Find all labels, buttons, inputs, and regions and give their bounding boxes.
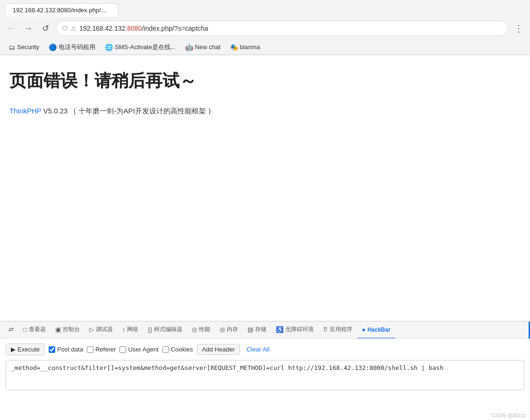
bookmark-security[interactable]: 🗂 Security (5, 42, 43, 52)
bookmark-newchat[interactable]: 🤖 New chat (181, 42, 224, 52)
execute-label: Execute (17, 346, 40, 353)
forward-button[interactable]: → (22, 22, 35, 35)
devtools-inspector-label: 查看器 (29, 326, 46, 334)
devtools-tab-console[interactable]: ▣ 控制台 (51, 322, 85, 339)
devtools-accessibility-label: 无障碍环境 (285, 326, 314, 334)
devtools-tabs: ⇄ □ 查看器 ▣ 控制台 ▷ 调试器 ↕ 网络 {} 样式编辑器 ◎ 性能 ◎… (0, 322, 530, 339)
clear-all-button[interactable]: Clear All (244, 344, 272, 354)
devtools-tab-app[interactable]: ⠿ 应用程序 (318, 322, 357, 339)
app-icon: ⠿ (323, 326, 328, 333)
thinkphp-link[interactable]: ThinkPHP (9, 107, 41, 115)
bookmark-newchat-label: New chat (195, 43, 221, 51)
framework-line: ThinkPHP V5.0.23 ｛ 十年磨一剑-为API开发设计的高性能框架 … (9, 107, 521, 116)
error-title: 页面错误！请稍后再试～ (9, 69, 521, 93)
referer-checkbox[interactable] (87, 346, 94, 353)
devtools-tab-debugger[interactable]: ▷ 调试器 (85, 322, 118, 339)
url-path: /index.php/?s=captcha (142, 25, 208, 32)
inspector-icon: □ (23, 326, 27, 333)
tab-bar: 192.168.42.132:8080/index.php/?s=captcha (0, 0, 530, 17)
active-tab[interactable]: 192.168.42.132:8080/index.php/?s=captcha (5, 3, 118, 17)
devtools-tab-accessibility[interactable]: ♿ 无障碍环境 (271, 322, 318, 339)
accessibility-icon: ♿ (276, 326, 283, 333)
devtools-tab-style[interactable]: {} 样式编辑器 (143, 322, 187, 339)
play-icon: ▶ (11, 346, 16, 353)
refresh-button[interactable]: ↺ (39, 22, 52, 35)
hackbar-panel: ▶ Execute Post data Referer User Agent C… (0, 339, 530, 397)
console-icon: ▣ (55, 326, 61, 333)
execute-button[interactable]: ▶ Execute (6, 343, 45, 355)
devtools-hackbar-label: HackBar (368, 326, 391, 333)
useragent-checkbox-label[interactable]: User Agent (120, 346, 158, 353)
hackbar-controls-row: ▶ Execute Post data Referer User Agent C… (6, 343, 524, 355)
url-port: :8080 (125, 25, 142, 32)
bookmark-bianma-label: bianma (240, 43, 260, 51)
sms-icon: 🌐 (105, 43, 113, 51)
bianma-icon: 🎭 (230, 43, 238, 51)
address-bar[interactable]: 🛡 ⚠ 192.168.42.132:8080/index.php/?s=cap… (56, 21, 508, 36)
devtools-debugger-label: 调试器 (96, 326, 113, 334)
phone-icon: 🔵 (49, 43, 57, 51)
browser-chrome: 192.168.42.132:8080/index.php/?s=captcha… (0, 0, 530, 55)
useragent-label: User Agent (128, 346, 158, 353)
bookmark-sms[interactable]: 🌐 SMS-Activate是在线... (101, 42, 180, 53)
devtools-panel: ⇄ □ 查看器 ▣ 控制台 ▷ 调试器 ↕ 网络 {} 样式编辑器 ◎ 性能 ◎… (0, 321, 530, 420)
devtools-tab-memory[interactable]: ◎ 内存 (215, 322, 243, 339)
pointer-icon: ⇄ (9, 326, 14, 333)
performance-icon: ◎ (192, 326, 197, 333)
postdata-checkbox-label[interactable]: Post data (49, 346, 83, 353)
devtools-tab-pointer[interactable]: ⇄ (4, 322, 18, 339)
add-header-button[interactable]: Add Header (197, 344, 240, 355)
cookies-checkbox-label[interactable]: Cookies (162, 346, 193, 353)
shield-icon: 🛡 (62, 25, 68, 32)
devtools-tab-network[interactable]: ↕ 网络 (118, 322, 144, 339)
bookmark-bianma[interactable]: 🎭 bianma (226, 42, 264, 52)
framework-desc: V5.0.23 ｛ 十年磨一剑-为API开发设计的高性能框架 ｝ (41, 107, 215, 115)
referer-label: Referer (95, 346, 116, 353)
hackbar-input[interactable] (6, 360, 524, 390)
bookmark-phone-label: 电话号码租用 (59, 43, 95, 51)
devtools-tab-hackbar[interactable]: ● HackBar (357, 322, 395, 339)
postdata-checkbox[interactable] (49, 346, 55, 353)
url-host: 192.168.42.132 (79, 25, 125, 32)
url-text: 192.168.42.132:8080/index.php/?s=captcha (79, 25, 502, 32)
cookies-label: Cookies (171, 346, 193, 353)
memory-icon: ◎ (220, 326, 225, 333)
bookmarks-bar: 🗂 Security 🔵 电话号码租用 🌐 SMS-Activate是在线...… (0, 40, 530, 55)
network-icon: ↕ (122, 326, 126, 333)
back-button[interactable]: ← (5, 22, 18, 35)
nav-bar: ← → ↺ 🛡 ⚠ 192.168.42.132:8080/index.php/… (0, 17, 530, 40)
page-content: 页面错误！请稍后再试～ ThinkPHP V5.0.23 ｛ 十年磨一剑-为AP… (0, 55, 530, 321)
devtools-storage-label: 存储 (255, 326, 266, 334)
devtools-tab-inspector[interactable]: □ 查看器 (18, 322, 51, 339)
devtools-network-label: 网络 (127, 326, 138, 334)
bookmark-security-label: Security (17, 43, 39, 51)
csdn-watermark: CSDN @00zzz (491, 412, 526, 418)
chat-icon: 🤖 (185, 43, 193, 51)
postdata-label: Post data (57, 346, 83, 353)
security-icon: ⚠ (71, 25, 77, 32)
storage-icon: ▤ (248, 326, 253, 333)
browser-menu-button[interactable]: ⋮ (512, 21, 525, 36)
style-icon: {} (148, 326, 152, 333)
useragent-checkbox[interactable] (120, 346, 126, 353)
referer-checkbox-label[interactable]: Referer (87, 346, 116, 353)
hackbar-dot-icon: ● (362, 326, 366, 333)
folder-icon: 🗂 (9, 43, 15, 51)
debugger-icon: ▷ (89, 326, 94, 333)
devtools-console-label: 控制台 (63, 326, 80, 334)
bookmark-sms-label: SMS-Activate是在线... (115, 43, 176, 51)
devtools-tab-performance[interactable]: ◎ 性能 (187, 322, 215, 339)
cookies-checkbox[interactable] (162, 346, 169, 353)
devtools-style-label: 样式编辑器 (154, 326, 182, 334)
devtools-tab-storage[interactable]: ▤ 存储 (243, 322, 271, 339)
bookmark-phone[interactable]: 🔵 电话号码租用 (45, 42, 99, 53)
devtools-app-label: 应用程序 (330, 326, 352, 334)
devtools-performance-label: 性能 (199, 326, 210, 334)
devtools-memory-label: 内存 (227, 326, 238, 334)
